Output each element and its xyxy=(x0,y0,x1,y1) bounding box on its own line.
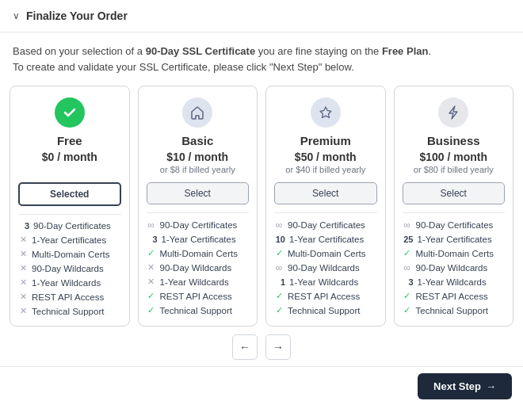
plan-billing-business: or $80 if billed yearly xyxy=(414,165,494,176)
feature-label: REST API Access xyxy=(32,292,104,302)
feature-item: 25 1-Year Certificates xyxy=(403,235,506,244)
check-icon: ✓ xyxy=(403,305,412,315)
feature-item: ∞ 90-Day Wildcards xyxy=(274,262,377,273)
feature-label: REST API Access xyxy=(288,292,360,301)
desc-line1-pre: Based on your selection of a xyxy=(13,45,146,57)
select-button-business[interactable]: Select xyxy=(403,182,506,204)
infinity-icon: ∞ xyxy=(274,220,284,231)
feature-item: ∞ 90-Day Wildcards xyxy=(403,262,506,273)
feature-label: 90-Day Wildcards xyxy=(160,263,232,273)
check-icon: ✓ xyxy=(147,248,156,258)
feature-item: ✓ Technical Support xyxy=(403,305,506,315)
plan-divider-business xyxy=(403,212,506,213)
plan-card-free: Free $0 / month Selected 3 90-Day Certif… xyxy=(10,86,130,326)
select-button-free[interactable]: Selected xyxy=(18,182,121,206)
svg-marker-0 xyxy=(320,107,331,118)
feature-item: ✓ Multi-Domain Certs xyxy=(274,248,377,258)
plan-name-basic: Basic xyxy=(181,134,213,147)
cross-icon: ✕ xyxy=(147,277,156,287)
next-step-button[interactable]: Next Step → xyxy=(418,373,512,399)
cross-icon: ✕ xyxy=(147,262,156,273)
feature-label: 1-Year Certificates xyxy=(32,235,106,245)
feature-label: Multi-Domain Certs xyxy=(416,249,494,258)
feature-item: ✓ Technical Support xyxy=(147,305,250,315)
plans-container: Free $0 / month Selected 3 90-Day Certif… xyxy=(0,86,523,326)
feature-label: 90-Day Wildcards xyxy=(288,263,360,273)
feature-count: 3 xyxy=(147,235,158,244)
feature-item: ✓ REST API Access xyxy=(274,291,377,301)
feature-item: 3 1-Year Certificates xyxy=(147,235,250,244)
cross-icon: ✕ xyxy=(18,235,28,245)
feature-label: 1-Year Certificates xyxy=(418,235,492,244)
feature-count: 25 xyxy=(403,235,414,244)
next-nav-button[interactable]: → xyxy=(265,334,291,360)
feature-label: 1-Year Wildcards xyxy=(160,277,229,287)
feature-label: REST API Access xyxy=(416,292,488,301)
feature-item: 3 90-Day Certificates xyxy=(18,221,121,231)
check-icon: ✓ xyxy=(147,291,156,301)
feature-item: ✓ REST API Access xyxy=(403,291,506,301)
next-step-arrow-icon: → xyxy=(486,380,496,392)
feature-label: 90-Day Wildcards xyxy=(416,263,488,273)
features-list-premium: ∞ 90-Day Certificates 10 1-Year Certific… xyxy=(274,220,377,315)
plan-price-free: $0 / month xyxy=(42,151,97,163)
feature-label: Multi-Domain Certs xyxy=(32,250,109,259)
feature-label: 90-Day Wildcards xyxy=(32,264,104,273)
feature-label: 90-Day Certificates xyxy=(33,221,111,231)
plan-billing-premium: or $40 if billed yearly xyxy=(285,165,365,176)
feature-label: Technical Support xyxy=(32,307,104,316)
header-title: Finalize Your Order xyxy=(26,10,128,22)
feature-label: Technical Support xyxy=(288,306,360,315)
plan-billing-basic: or $8 if billed yearly xyxy=(160,165,235,176)
feature-label: Multi-Domain Certs xyxy=(160,249,238,258)
check-icon: ✓ xyxy=(403,248,412,258)
desc-line1-post: . xyxy=(428,45,431,57)
features-list-basic: ∞ 90-Day Certificates 3 1-Year Certifica… xyxy=(147,220,250,315)
plan-price-basic: $10 / month xyxy=(166,151,228,163)
description: Based on your selection of a 90-Day SSL … xyxy=(0,32,523,82)
feature-label: REST API Access xyxy=(160,292,232,301)
cross-icon: ✕ xyxy=(18,292,28,302)
check-icon: ✓ xyxy=(274,291,284,301)
feature-item: ✕ 90-Day Wildcards xyxy=(18,263,121,273)
feature-label: 1-Year Certificates xyxy=(162,235,236,244)
feature-count: 3 xyxy=(18,221,29,231)
plan-price-premium: $50 / month xyxy=(295,151,357,163)
feature-label: 1-Year Wildcards xyxy=(289,277,358,287)
feature-label: 1-Year Wildcards xyxy=(418,277,487,287)
plan-icon-premium xyxy=(311,97,341,128)
plan-name-premium: Premium xyxy=(300,134,351,147)
feature-label: Technical Support xyxy=(160,306,232,315)
prev-nav-button[interactable]: ← xyxy=(232,334,258,360)
feature-item: ✓ REST API Access xyxy=(147,291,250,301)
feature-label: 90-Day Certificates xyxy=(160,220,238,230)
feature-item: ✕ Technical Support xyxy=(18,306,121,316)
feature-item: ✕ Multi-Domain Certs xyxy=(18,249,121,259)
cross-icon: ✕ xyxy=(18,306,28,316)
feature-label: 1-Year Certificates xyxy=(289,235,364,244)
infinity-icon: ∞ xyxy=(274,262,284,273)
next-step-label: Next Step xyxy=(433,380,481,392)
feature-label: Technical Support xyxy=(416,306,488,315)
feature-item: ✓ Technical Support xyxy=(274,305,377,315)
select-button-basic[interactable]: Select xyxy=(147,182,250,204)
check-icon: ✓ xyxy=(147,305,156,315)
infinity-icon: ∞ xyxy=(147,220,156,231)
feature-label: 90-Day Certificates xyxy=(416,220,494,230)
feature-label: 1-Year Wildcards xyxy=(32,278,101,288)
features-list-free: 3 90-Day Certificates ✕ 1-Year Certifica… xyxy=(18,221,121,316)
desc-line2: To create and validate your SSL Certific… xyxy=(13,61,354,73)
feature-count: 1 xyxy=(274,277,285,287)
desc-highlight1: 90-Day SSL Certificate xyxy=(146,45,256,57)
feature-item: ✕ REST API Access xyxy=(18,292,121,302)
feature-item: 10 1-Year Certificates xyxy=(274,235,377,244)
desc-highlight2: Free Plan xyxy=(382,45,429,57)
plan-name-business: Business xyxy=(427,134,480,147)
infinity-icon: ∞ xyxy=(403,262,412,273)
select-button-premium[interactable]: Select xyxy=(274,182,377,204)
plan-icon-business xyxy=(438,97,468,128)
header: ∨ Finalize Your Order xyxy=(0,0,523,32)
plan-icon-free xyxy=(55,97,85,128)
feature-item: ✓ Multi-Domain Certs xyxy=(147,248,250,258)
feature-item: ✓ Multi-Domain Certs xyxy=(403,248,506,258)
